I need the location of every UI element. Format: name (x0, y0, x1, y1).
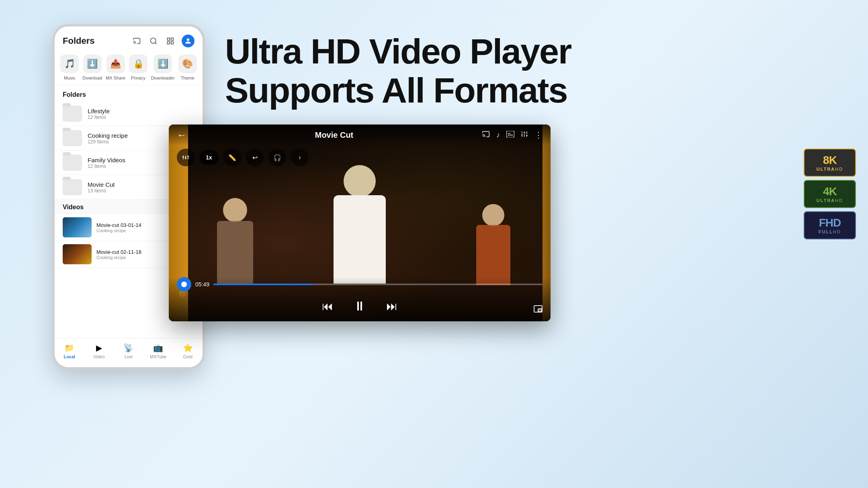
svg-rect-4 (171, 38, 174, 41)
player-music-icon[interactable]: ♪ (496, 131, 500, 139)
folder-icon-lifestyle (63, 106, 82, 122)
rotate-button[interactable]: ↩ (246, 149, 264, 166)
folders-section-label: Folders (55, 86, 203, 102)
nav-gold[interactable]: ⭐ Gold (173, 341, 203, 361)
folder-icon-family (63, 155, 82, 171)
person-right (476, 204, 510, 285)
qa-mxshare-label: MX Share (106, 76, 125, 80)
download-icon: ⬇️ (83, 55, 102, 73)
svg-point-1 (151, 38, 156, 43)
nav-local-label: Local (63, 354, 75, 359)
video-nav-icon: ▶ (96, 343, 102, 353)
qa-download[interactable]: ⬇️ Download (82, 55, 102, 80)
folders-title: Folders (63, 36, 94, 46)
qa-download-label: Download (82, 76, 102, 80)
qa-mxshare[interactable]: 📤 MX Share (106, 55, 125, 80)
grid-icon[interactable] (165, 35, 176, 47)
music-icon: 🎵 (60, 55, 79, 73)
seek-circle-button[interactable] (177, 277, 191, 292)
header-icons (131, 35, 194, 47)
skip-forward-button[interactable]: ⏭ (386, 300, 397, 313)
svg-rect-5 (168, 42, 170, 44)
qa-music-label: Music (64, 76, 76, 80)
badge-4k-sub: ULTRAHD (817, 198, 843, 203)
folder-info-moviecut: Movie Cut 13 Items (88, 181, 115, 194)
nav-mxtube[interactable]: 📺 MXTube (143, 341, 173, 361)
folder-icon-moviecut (63, 179, 82, 195)
video-name-1: Movie-cut 03-01-14 (96, 222, 141, 228)
equalizer-button[interactable] (177, 149, 194, 166)
progress-fill (213, 284, 312, 285)
folder-count-lifestyle: 12 Items (88, 114, 110, 120)
video-info-1: Movie-cut 03-01-14 Cooking recipe (96, 222, 141, 233)
progress-row: 05:49 (177, 277, 542, 292)
video-thumb-1 (63, 217, 92, 237)
headline-area: Ultra HD Video Player Supports All Forma… (225, 32, 836, 110)
folder-info-cooking: Cooking recipe 129 Items (88, 132, 128, 145)
badge-8k[interactable]: 8K ULTRAHD (804, 149, 856, 177)
badge-4k[interactable]: 4K ULTRAHD (804, 180, 856, 208)
folder-icon-cooking (63, 130, 82, 146)
cast-icon[interactable] (131, 35, 142, 47)
badge-fhd-sub: FULLHD (819, 229, 841, 234)
headphones-button[interactable]: 🎧 (268, 149, 286, 166)
player-back-button[interactable]: ← (177, 129, 186, 141)
qa-theme[interactable]: 🎨 Theme (178, 55, 197, 80)
badge-fhd[interactable]: FHD FULLHD (804, 211, 856, 239)
progress-bar[interactable] (213, 284, 542, 285)
search-icon[interactable] (148, 35, 159, 47)
pause-button[interactable]: ⏸ (349, 296, 370, 316)
nav-local[interactable]: 📁 Local (55, 341, 84, 361)
player-subtitles-icon[interactable] (506, 131, 514, 139)
person-left (217, 198, 253, 285)
badge-8k-number: 8K (823, 154, 837, 167)
local-icon: 📁 (64, 343, 74, 353)
folder-info-lifestyle: Lifestyle 12 Items (88, 108, 110, 120)
nav-gold-label: Gold (183, 354, 192, 359)
pip-button[interactable] (534, 304, 542, 315)
video-player: ← Movie Cut ♪ ⋮ (169, 125, 551, 321)
qa-downloader[interactable]: ⬇️ Downloader (151, 55, 175, 80)
skip-back-button[interactable]: ⏮ (322, 300, 333, 313)
gold-icon: ⭐ (183, 343, 193, 353)
svg-rect-6 (171, 42, 174, 44)
speed-button[interactable]: 1x (199, 150, 219, 165)
video-thumb-2 (63, 244, 92, 264)
player-middle-controls: 1x ✏️ ↩ 🎧 › (177, 149, 309, 166)
live-icon: 📡 (123, 343, 133, 353)
more-controls-button[interactable]: › (291, 149, 309, 166)
player-equalizer-icon[interactable] (521, 131, 528, 140)
svg-rect-8 (506, 131, 514, 137)
video-scene: ← Movie Cut ♪ ⋮ (169, 125, 551, 321)
nav-live[interactable]: 📡 Live (114, 341, 143, 361)
folder-count-moviecut: 13 Items (88, 188, 115, 194)
player-title: Movie Cut (193, 131, 475, 140)
player-elapsed-time: 05:49 (195, 281, 209, 288)
player-cast-icon[interactable] (482, 130, 490, 140)
folder-count-cooking: 129 Items (88, 139, 128, 145)
svg-line-2 (155, 43, 157, 44)
nav-video-label: Video (93, 354, 104, 359)
qa-privacy[interactable]: 🔒 Privacy (129, 55, 147, 80)
edit-button[interactable]: ✏️ (223, 149, 241, 166)
people-silhouettes (334, 165, 386, 285)
qa-music[interactable]: 🎵 Music (60, 55, 79, 80)
theme-icon: 🎨 (178, 55, 197, 73)
phone-header: Folders (55, 27, 203, 51)
player-more-icon[interactable]: ⋮ (534, 130, 542, 140)
folder-name-lifestyle: Lifestyle (88, 108, 110, 114)
nav-video[interactable]: ▶ Video (84, 341, 114, 361)
badge-4k-number: 4K (823, 185, 837, 198)
profile-icon[interactable] (182, 35, 194, 47)
nav-live-label: Live (125, 354, 133, 359)
nav-mxtube-label: MXTube (150, 354, 166, 359)
folder-count-family: 12 Items (88, 163, 125, 169)
main-playback-controls: ⏮ ⏸ ⏭ (177, 296, 542, 316)
folder-item-lifestyle[interactable]: Lifestyle 12 Items (55, 102, 203, 126)
badge-8k-sub: ULTRAHD (817, 167, 843, 172)
downloader-icon: ⬇️ (154, 55, 172, 73)
share-icon: 📤 (106, 55, 125, 73)
quick-access-bar: 🎵 Music ⬇️ Download 📤 MX Share 🔒 Privacy… (55, 51, 203, 86)
svg-rect-3 (168, 38, 170, 41)
qa-theme-label: Theme (180, 76, 194, 80)
